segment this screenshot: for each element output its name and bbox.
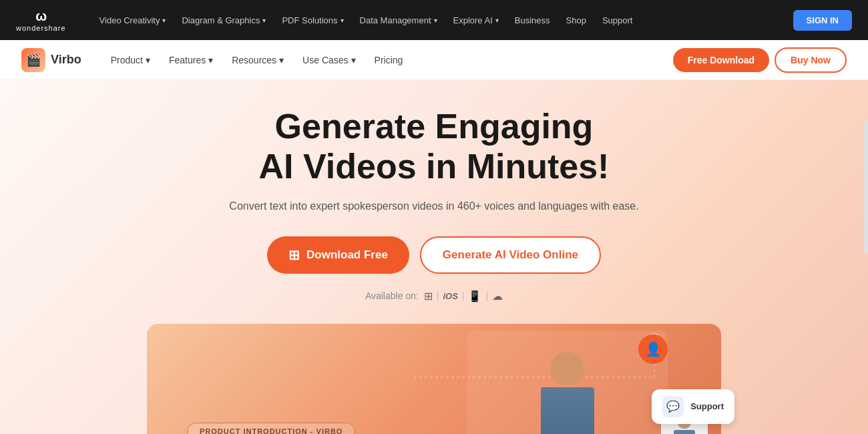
chevron-down-icon: ▾ (262, 17, 266, 24)
virbo-avatar: 🎬 (21, 48, 45, 72)
nav-resources[interactable]: Resources ▾ (224, 49, 292, 71)
user-icon: 👤 (645, 341, 662, 357)
second-nav-links: Product ▾ Features ▾ Resources ▾ Use Cas… (103, 49, 668, 71)
top-nav-links: Video Creativity ▾ Diagram & Graphics ▾ … (93, 11, 777, 29)
support-icon: 💬 (662, 396, 684, 417)
nav-video-creativity[interactable]: Video Creativity ▾ (93, 11, 173, 29)
chevron-down-icon: ▾ (495, 17, 499, 24)
preview-area: 🔇 PRODUCT INTRODUCTION - VIRBO (0, 324, 868, 434)
chevron-down-icon: ▾ (162, 17, 166, 24)
nav-product[interactable]: Product ▾ (103, 49, 158, 71)
nav-use-cases[interactable]: Use Cases ▾ (294, 49, 363, 71)
presenter-head (551, 352, 584, 385)
wondershare-logo[interactable]: ω wondershare (16, 9, 66, 32)
chevron-down-icon: ▾ (208, 55, 213, 65)
nav-diagram-graphics[interactable]: Diagram & Graphics ▾ (175, 11, 272, 29)
nav-data-management[interactable]: Data Management ▾ (353, 11, 444, 29)
nav-support[interactable]: Support (596, 11, 640, 29)
windows-icon: ⊞ (288, 247, 300, 263)
download-free-button[interactable]: ⊞ Download Free (267, 236, 409, 274)
sign-in-button[interactable]: SIGN IN (793, 10, 852, 31)
nav-business[interactable]: Business (508, 11, 557, 29)
presenter-panel (467, 331, 668, 434)
presenter-figure (527, 344, 608, 434)
cloud-platform-icon: ☁ (492, 290, 503, 302)
chevron-down-icon: ▾ (279, 55, 284, 65)
support-widget[interactable]: 💬 Support (652, 389, 734, 424)
chevron-down-icon: ▾ (351, 55, 356, 65)
windows-platform-icon: ⊞ (424, 290, 433, 302)
chevron-down-icon: ▾ (146, 55, 150, 65)
ios-platform-icon: iOS (443, 291, 457, 301)
hero-subtitle: Convert text into expert spokesperson vi… (0, 200, 868, 212)
hero-buttons: ⊞ Download Free Generate AI Video Online (0, 236, 868, 274)
preview-card: PRODUCT INTRODUCTION - VIRBO 👤 (147, 324, 721, 434)
product-intro-badge: PRODUCT INTRODUCTION - VIRBO (187, 423, 355, 434)
buy-now-button[interactable]: Buy Now (775, 47, 847, 73)
virbo-brand[interactable]: 🎬 Virbo (21, 48, 81, 72)
hero-section: Generate Engaging AI Videos in Minutes! … (0, 80, 868, 434)
nav-shop[interactable]: Shop (560, 11, 593, 29)
available-on: Available on: ⊞ | iOS | 📱 | ☁ (0, 290, 868, 302)
product-navigation: 🎬 Virbo Product ▾ Features ▾ Resources ▾… (0, 40, 868, 80)
platform-icons: ⊞ | iOS | 📱 | ☁ (424, 290, 503, 302)
nav-explore-ai[interactable]: Explore AI ▾ (447, 11, 505, 29)
chevron-down-icon: ▾ (434, 17, 437, 24)
virbo-name: Virbo (51, 53, 81, 67)
free-download-button[interactable]: Free Download (673, 48, 769, 72)
presenter-body (541, 387, 594, 434)
generate-online-button[interactable]: Generate AI Video Online (420, 236, 601, 274)
nav-pdf-solutions[interactable]: PDF Solutions ▾ (275, 11, 350, 29)
nav-pricing[interactable]: Pricing (367, 49, 411, 71)
hero-title: Generate Engaging AI Videos in Minutes! (0, 107, 868, 187)
chevron-down-icon: ▾ (341, 17, 344, 24)
scrollbar[interactable] (864, 120, 868, 254)
android-platform-icon: 📱 (468, 290, 481, 302)
top-navigation: ω wondershare Video Creativity ▾ Diagram… (0, 0, 868, 40)
nav-features[interactable]: Features ▾ (161, 49, 221, 71)
user-icon-circle: 👤 (638, 335, 668, 364)
